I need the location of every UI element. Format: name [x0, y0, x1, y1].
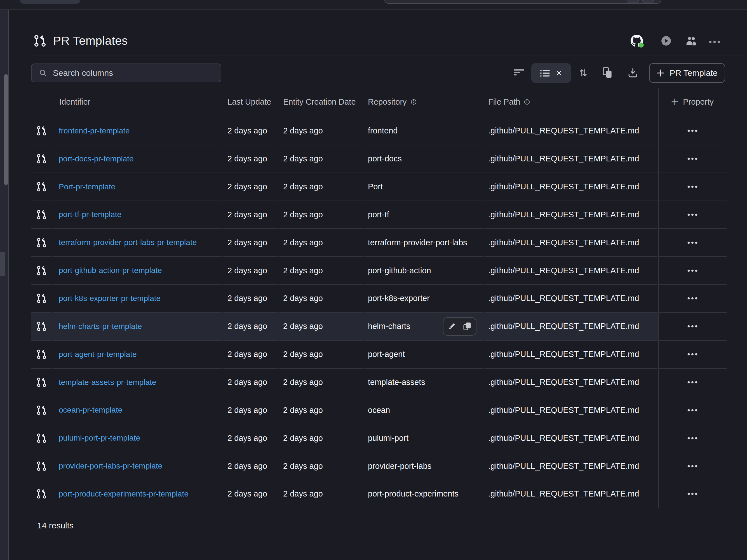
header-file-path-label: File Path [488, 97, 520, 107]
add-property-button[interactable]: Property [658, 86, 727, 117]
last-update-value: 2 days ago [228, 126, 267, 135]
edit-icon[interactable] [448, 322, 456, 331]
ellipsis-icon [687, 381, 698, 383]
row-more-button[interactable] [683, 294, 702, 302]
identifier-link[interactable]: frontend-pr-template [59, 127, 130, 135]
row-more-button[interactable] [683, 490, 702, 498]
row-more-button[interactable] [683, 434, 702, 442]
users-icon [685, 35, 697, 47]
identifier-link[interactable]: port-agent-pr-template [59, 350, 137, 359]
repository-value: helm-charts [368, 322, 410, 331]
pull-request-icon [36, 210, 47, 220]
row-more-button[interactable] [683, 211, 702, 219]
last-update-cell: 2 days ago [223, 201, 278, 229]
property-cell [658, 201, 727, 229]
identifier-link[interactable]: ocean-pr-template [59, 406, 122, 415]
ellipsis-icon [687, 213, 698, 216]
row-pr-icon-cell [31, 257, 52, 285]
identifier-link[interactable]: provider-port-labs-pr-template [59, 461, 162, 471]
run-button[interactable] [661, 35, 671, 46]
table-body: frontend-pr-template 2 days ago 2 days a… [31, 117, 727, 508]
row-more-button[interactable] [683, 322, 702, 330]
identifier-link[interactable]: port-docs-pr-template [59, 154, 134, 163]
identifier-link[interactable]: port-github-action-pr-template [59, 266, 162, 275]
row-more-button[interactable] [683, 378, 702, 386]
file-path-value: .github/PULL_REQUEST_TEMPLATE.md [488, 461, 639, 471]
row-more-button[interactable] [683, 155, 702, 163]
identifier-link[interactable]: port-product-experiments-pr-template [59, 489, 188, 499]
omnibox-search-pill[interactable] [384, 0, 661, 4]
filter-button[interactable] [514, 70, 524, 76]
row-more-button[interactable] [683, 462, 702, 470]
row-more-button[interactable] [683, 267, 702, 275]
copy-icon[interactable] [463, 322, 472, 331]
identifier-link[interactable]: template-assets-pr-template [59, 378, 156, 387]
list-view-button[interactable] [540, 70, 550, 77]
header-identifier: Identifier [53, 86, 222, 117]
export-button[interactable] [628, 68, 638, 78]
entity-creation-date-value: 2 days ago [283, 378, 323, 387]
identifier-cell: provider-port-labs-pr-template [53, 452, 222, 480]
header-entity-creation-date: Entity Creation Date [279, 86, 363, 117]
sort-button[interactable] [578, 68, 588, 78]
pull-request-icon [36, 377, 47, 388]
identifier-link[interactable]: Port-pr-template [59, 182, 115, 191]
search-columns-input[interactable] [52, 68, 210, 78]
identifier-link[interactable]: helm-charts-pr-template [59, 322, 142, 331]
table-row: port-github-action-pr-template 2 days ag… [31, 257, 727, 285]
file-path-value: .github/PULL_REQUEST_TEMPLATE.md [488, 154, 639, 163]
last-update-cell: 2 days ago [223, 480, 278, 508]
file-path-value: .github/PULL_REQUEST_TEMPLATE.md [488, 266, 639, 275]
row-pr-icon-cell [31, 145, 52, 173]
entity-creation-date-cell: 2 days ago [279, 257, 363, 285]
entity-creation-date-value: 2 days ago [283, 266, 323, 275]
last-update-value: 2 days ago [228, 294, 267, 303]
repository-value: terraform-provider-port-labs [368, 238, 467, 247]
identifier-cell: port-docs-pr-template [53, 145, 222, 173]
identifier-link[interactable]: port-tf-pr-template [59, 210, 122, 219]
entity-creation-date-cell: 2 days ago [279, 396, 363, 424]
identifier-link[interactable]: pulumi-port-pr-template [59, 433, 140, 443]
row-more-button[interactable] [683, 239, 702, 247]
header-divider [31, 55, 747, 55]
copy-button[interactable] [603, 67, 613, 78]
row-more-button[interactable] [683, 406, 702, 414]
ellipsis-icon [709, 41, 721, 43]
page-title: PR Templates [53, 34, 128, 48]
identifier-cell: helm-charts-pr-template [53, 313, 222, 341]
browser-tab-stub[interactable] [20, 0, 80, 4]
scrollbar-thumb[interactable] [4, 74, 8, 185]
add-pr-template-label: PR Template [670, 68, 717, 78]
github-integration-button[interactable] [630, 35, 643, 47]
repository-value: template-assets [368, 378, 425, 387]
row-more-button[interactable] [683, 127, 702, 135]
row-pr-icon-cell [31, 396, 52, 424]
row-more-button[interactable] [683, 350, 702, 358]
identifier-cell: ocean-pr-template [53, 396, 222, 424]
table-row: port-agent-pr-template 2 days ago 2 days… [31, 341, 727, 369]
row-pr-icon-cell [31, 313, 52, 341]
pull-request-icon [36, 154, 47, 164]
identifier-link[interactable]: terraform-provider-port-labs-pr-template [59, 238, 197, 247]
members-button[interactable] [685, 35, 697, 47]
info-icon [524, 99, 530, 105]
file-path-value: .github/PULL_REQUEST_TEMPLATE.md [488, 210, 639, 219]
repository-cell: Port [364, 173, 483, 201]
repository-value: port-product-experiments [368, 489, 459, 499]
clear-view-button[interactable] [556, 70, 562, 76]
ellipsis-icon [687, 437, 698, 439]
identifier-link[interactable]: port-k8s-exporter-pr-template [59, 294, 161, 303]
entity-creation-date-value: 2 days ago [283, 489, 323, 499]
last-update-value: 2 days ago [228, 461, 267, 471]
page-more-button[interactable] [709, 39, 721, 42]
entity-creation-date-cell: 2 days ago [279, 480, 363, 508]
add-pr-template-button[interactable]: PR Template [649, 63, 725, 83]
file-path-cell: .github/PULL_REQUEST_TEMPLATE.md [484, 229, 658, 257]
file-path-value: .github/PULL_REQUEST_TEMPLATE.md [488, 238, 639, 247]
table-row: terraform-provider-port-labs-pr-template… [31, 229, 727, 257]
file-path-value: .github/PULL_REQUEST_TEMPLATE.md [488, 406, 639, 415]
row-more-button[interactable] [683, 183, 702, 191]
rail-active-item[interactable] [0, 252, 5, 276]
ellipsis-icon [687, 185, 698, 188]
repository-value: pulumi-port [368, 433, 409, 443]
